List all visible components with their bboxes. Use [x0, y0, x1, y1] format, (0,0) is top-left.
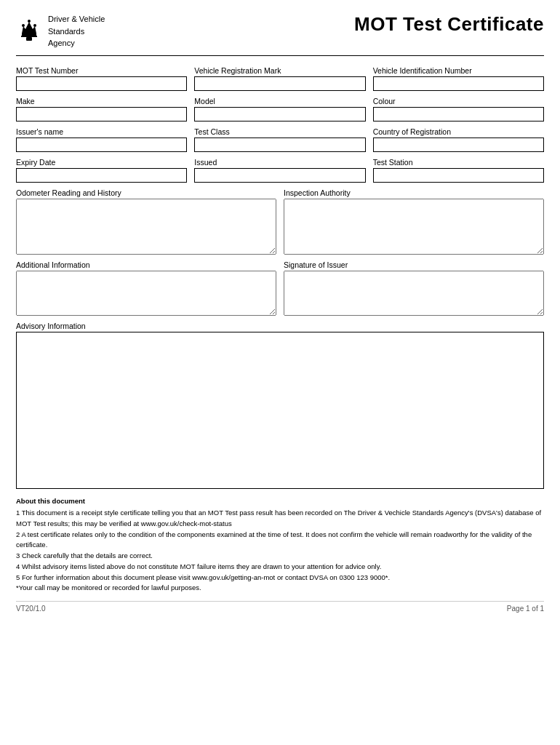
field-issuers-name: Issuer's name — [16, 127, 187, 152]
field-issued: Issued — [194, 158, 365, 183]
textarea-advisory-information[interactable] — [16, 332, 544, 489]
label-make: Make — [16, 97, 187, 105]
input-issuers-name[interactable] — [16, 138, 187, 152]
footer-note-4: 4 Whilst advisory items listed above do … — [16, 562, 544, 573]
label-issued: Issued — [194, 158, 365, 167]
label-additional-information: Additional Information — [16, 260, 276, 269]
label-mot-test-number: MOT Test Number — [16, 66, 187, 75]
field-vehicle-identification-number: Vehicle Identification Number — [373, 66, 544, 91]
about-title: About this document — [16, 496, 544, 507]
label-vehicle-identification-number: Vehicle Identification Number — [373, 66, 544, 75]
form-row-1: MOT Test Number Vehicle Registration Mar… — [16, 66, 544, 91]
field-expiry-date: Expiry Date — [16, 158, 187, 183]
advisory-section: Advisory Information — [16, 322, 544, 490]
svg-rect-6 — [26, 37, 32, 41]
form-row-4: Expiry Date Issued Test Station — [16, 158, 544, 183]
field-additional-information: Additional Information — [16, 260, 276, 316]
field-test-class: Test Class — [194, 127, 365, 152]
label-odometer: Odometer Reading and History — [16, 188, 276, 197]
textarea-signature-of-issuer[interactable] — [284, 271, 544, 316]
label-inspection-authority: Inspection Authority — [284, 188, 544, 197]
label-expiry-date: Expiry Date — [16, 158, 187, 167]
field-odometer: Odometer Reading and History — [16, 188, 276, 255]
page-title: MOT Test Certificate — [354, 13, 544, 36]
input-issued[interactable] — [194, 168, 365, 183]
form-row-3: Issuer's name Test Class Country of Regi… — [16, 127, 544, 152]
label-vehicle-registration-mark: Vehicle Registration Mark — [194, 66, 365, 75]
dvsa-logo-icon — [16, 13, 42, 45]
input-vehicle-identification-number[interactable] — [373, 76, 544, 91]
field-vehicle-registration-mark: Vehicle Registration Mark — [194, 66, 365, 91]
svg-point-2 — [22, 24, 25, 27]
field-test-station: Test Station — [373, 158, 544, 183]
textarea-odometer[interactable] — [16, 199, 276, 255]
large-fields-row-1: Odometer Reading and History Inspection … — [16, 188, 544, 255]
label-test-class: Test Class — [194, 127, 365, 136]
input-test-class[interactable] — [194, 138, 365, 152]
input-country-of-registration[interactable] — [373, 138, 544, 152]
footer-note-5: 5 For further information about this doc… — [16, 573, 544, 583]
footer-note-3: 3 Check carefully that the details are c… — [16, 551, 544, 562]
version-text: VT20/1.0 — [16, 605, 46, 613]
agency-branding: Driver & Vehicle Standards Agency — [16, 13, 105, 49]
page-header: Driver & Vehicle Standards Agency MOT Te… — [16, 13, 544, 56]
input-test-station[interactable] — [373, 168, 544, 183]
input-model[interactable] — [194, 107, 365, 121]
svg-point-3 — [28, 20, 31, 23]
input-colour[interactable] — [373, 107, 544, 121]
field-make: Make — [16, 97, 187, 121]
page-number: Page 1 of 1 — [507, 605, 544, 613]
form-row-2: Make Model Colour — [16, 97, 544, 121]
field-model: Model — [194, 97, 365, 121]
svg-rect-0 — [22, 33, 36, 36]
textarea-additional-information[interactable] — [16, 271, 276, 316]
field-signature-of-issuer: Signature of Issuer — [284, 260, 544, 316]
label-colour: Colour — [373, 97, 544, 105]
agency-name-text: Driver & Vehicle Standards Agency — [48, 13, 105, 49]
label-issuers-name: Issuer's name — [16, 127, 187, 136]
large-fields-row-2: Additional Information Signature of Issu… — [16, 260, 544, 316]
input-vehicle-registration-mark[interactable] — [194, 76, 365, 91]
svg-point-4 — [33, 24, 36, 27]
svg-rect-5 — [21, 36, 37, 37]
input-make[interactable] — [16, 107, 187, 121]
input-expiry-date[interactable] — [16, 168, 187, 183]
label-test-station: Test Station — [373, 158, 544, 167]
field-inspection-authority: Inspection Authority — [284, 188, 544, 255]
label-signature-of-issuer: Signature of Issuer — [284, 260, 544, 269]
textarea-inspection-authority[interactable] — [284, 199, 544, 255]
footer-note-2: 2 A test certificate relates only to the… — [16, 530, 544, 551]
label-model: Model — [194, 97, 365, 105]
footer-note-1: 1 This document is a receipt style certi… — [16, 508, 544, 529]
field-country-of-registration: Country of Registration — [373, 127, 544, 152]
label-advisory-information: Advisory Information — [16, 322, 544, 330]
field-mot-test-number: MOT Test Number — [16, 66, 187, 91]
footer-notes: About this document 1 This document is a… — [16, 496, 544, 594]
field-colour: Colour — [373, 97, 544, 121]
footer-bar: VT20/1.0 Page 1 of 1 — [16, 601, 544, 613]
footer-note-6: *Your call may be monitored or recorded … — [16, 583, 544, 594]
input-mot-test-number[interactable] — [16, 76, 187, 91]
svg-marker-1 — [22, 22, 36, 33]
label-country-of-registration: Country of Registration — [373, 127, 544, 136]
